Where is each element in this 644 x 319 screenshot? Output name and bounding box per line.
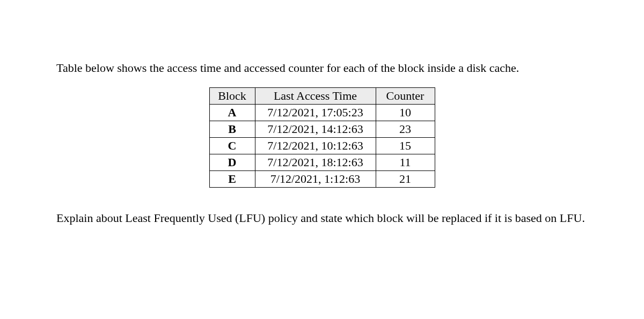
cell-block: E bbox=[209, 171, 255, 188]
cell-counter: 15 bbox=[376, 138, 435, 154]
cell-block: B bbox=[209, 121, 255, 138]
header-last-access-time: Last Access Time bbox=[255, 88, 376, 105]
cell-last-access-time: 7/12/2021, 18:12:63 bbox=[255, 154, 376, 171]
question-paragraph: Explain about Least Frequently Used (LFU… bbox=[56, 209, 588, 227]
cell-last-access-time: 7/12/2021, 1:12:63 bbox=[255, 171, 376, 188]
table-header-row: Block Last Access Time Counter bbox=[209, 88, 435, 105]
cache-table: Block Last Access Time Counter A 7/12/20… bbox=[209, 87, 435, 188]
table-row: E 7/12/2021, 1:12:63 21 bbox=[209, 171, 435, 188]
header-counter: Counter bbox=[376, 88, 435, 105]
table-row: A 7/12/2021, 17:05:23 10 bbox=[209, 105, 435, 121]
header-block: Block bbox=[209, 88, 255, 105]
cell-block: A bbox=[209, 105, 255, 121]
table-row: D 7/12/2021, 18:12:63 11 bbox=[209, 154, 435, 171]
cell-block: D bbox=[209, 154, 255, 171]
table-row: C 7/12/2021, 10:12:63 15 bbox=[209, 138, 435, 154]
intro-paragraph: Table below shows the access time and ac… bbox=[56, 59, 588, 77]
cell-last-access-time: 7/12/2021, 10:12:63 bbox=[255, 138, 376, 154]
cell-last-access-time: 7/12/2021, 14:12:63 bbox=[255, 121, 376, 138]
cell-counter: 23 bbox=[376, 121, 435, 138]
cell-counter: 11 bbox=[376, 154, 435, 171]
cell-last-access-time: 7/12/2021, 17:05:23 bbox=[255, 105, 376, 121]
cell-counter: 10 bbox=[376, 105, 435, 121]
cell-counter: 21 bbox=[376, 171, 435, 188]
cell-block: C bbox=[209, 138, 255, 154]
table-wrapper: Block Last Access Time Counter A 7/12/20… bbox=[56, 87, 588, 188]
table-row: B 7/12/2021, 14:12:63 23 bbox=[209, 121, 435, 138]
